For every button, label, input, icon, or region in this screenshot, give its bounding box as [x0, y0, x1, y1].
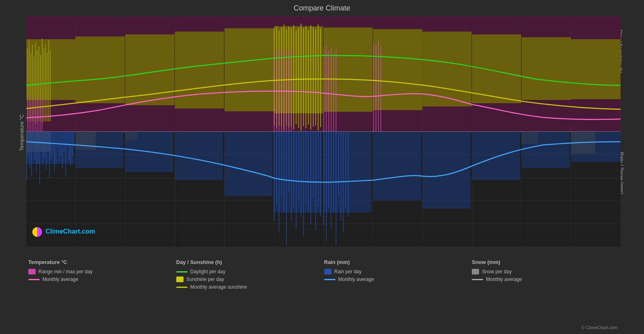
chart-svg: 50 40 30 20 10 0 -10 -20 -30 -40 -50 24 … [26, 16, 621, 247]
svg-rect-30 [323, 132, 372, 213]
svg-rect-27 [175, 132, 223, 180]
svg-rect-86 [310, 132, 311, 225]
svg-rect-93 [328, 132, 329, 208]
legend-temp-title: Temperature °C [28, 259, 176, 265]
svg-rect-179 [323, 49, 324, 132]
svg-rect-92 [326, 132, 327, 241]
sunshine-swatch [176, 277, 184, 282]
svg-rect-63 [62, 132, 63, 168]
svg-rect-90 [320, 132, 321, 217]
svg-rect-161 [27, 97, 28, 132]
rain-avg-label: Monthly average [338, 277, 374, 282]
svg-rect-67 [69, 132, 70, 160]
svg-rect-53 [46, 132, 46, 170]
svg-rect-151 [298, 28, 299, 128]
svg-rect-162 [29, 101, 30, 132]
svg-rect-52 [44, 132, 45, 158]
svg-rect-82 [301, 132, 302, 217]
temp-avg-label: Monthly average [42, 277, 78, 282]
svg-rect-64 [64, 132, 65, 152]
temp-range-label: Range min / max per day [38, 269, 93, 274]
svg-rect-124 [522, 37, 571, 100]
legend-sunshine-title: Day / Sunshine (h) [176, 259, 324, 265]
legend-sunshine-avg: Monthly average sunshine [176, 284, 324, 290]
svg-rect-80 [296, 132, 297, 229]
svg-rect-57 [52, 132, 53, 154]
svg-rect-43 [30, 132, 30, 168]
svg-rect-163 [30, 95, 31, 132]
sunshine-avg-label: Monthly average sunshine [190, 284, 247, 290]
legend-col-sunshine: Day / Sunshine (h) Daylight per day Suns… [176, 259, 324, 328]
svg-rect-122 [422, 32, 472, 106]
svg-rect-186 [376, 45, 376, 132]
legend-snow-swatch: Snow per day [472, 269, 620, 274]
svg-rect-75 [283, 132, 284, 213]
svg-rect-167 [37, 100, 38, 132]
temp-avg-line [28, 279, 40, 280]
svg-rect-181 [328, 51, 329, 132]
svg-rect-45 [33, 132, 34, 148]
rain-avg-line [324, 279, 336, 280]
svg-rect-68 [70, 132, 71, 166]
svg-rect-31 [373, 132, 421, 200]
svg-rect-117 [175, 32, 224, 108]
svg-rect-115 [76, 36, 125, 103]
svg-rect-72 [276, 132, 277, 204]
svg-rect-118 [224, 28, 274, 111]
svg-rect-138 [46, 53, 47, 121]
svg-rect-74 [281, 132, 282, 196]
snow-avg-label: Monthly average [486, 277, 522, 282]
svg-rect-95 [333, 132, 334, 213]
snow-swatch [472, 269, 479, 274]
legend-rain-swatch: Rain per day [324, 269, 472, 274]
svg-rect-29 [274, 132, 322, 213]
svg-rect-168 [38, 96, 39, 132]
svg-rect-59 [55, 132, 56, 164]
svg-rect-178 [291, 47, 291, 132]
svg-rect-54 [47, 132, 48, 150]
svg-rect-158 [315, 29, 316, 126]
svg-rect-175 [283, 53, 284, 132]
svg-rect-58 [54, 132, 55, 172]
svg-rect-88 [315, 132, 316, 231]
svg-rect-125 [571, 39, 621, 99]
svg-rect-51 [42, 132, 43, 166]
svg-rect-159 [318, 24, 319, 130]
svg-rect-50 [41, 132, 42, 152]
svg-rect-170 [42, 98, 42, 132]
svg-rect-85 [308, 132, 309, 213]
svg-rect-155 [308, 30, 309, 125]
svg-rect-49 [39, 132, 40, 184]
svg-rect-65 [65, 132, 66, 176]
sunshine-avg-line [176, 287, 188, 288]
daylight-label: Daylight per day [190, 269, 226, 274]
legend-col-temperature: Temperature °C Range min / max per day M… [28, 259, 176, 328]
svg-rect-160 [320, 28, 321, 127]
svg-rect-71 [274, 132, 274, 221]
svg-rect-44 [31, 132, 32, 176]
svg-rect-123 [472, 34, 522, 103]
legend-rain-avg: Monthly average [324, 277, 472, 282]
chart-container: 50 40 30 20 10 0 -10 -20 -30 -40 -50 24 … [26, 16, 621, 247]
legend-area: Temperature °C Range min / max per day M… [28, 259, 620, 328]
svg-rect-60 [57, 132, 58, 148]
svg-rect-55 [49, 132, 50, 178]
svg-rect-47 [36, 132, 37, 172]
svg-rect-41 [26, 132, 27, 180]
logo-bottom-left: ClimeChart.com [32, 227, 95, 237]
legend-daylight: Daylight per day [176, 269, 324, 274]
svg-rect-173 [279, 48, 279, 132]
svg-rect-76 [286, 132, 287, 245]
svg-rect-154 [306, 26, 306, 128]
svg-rect-83 [303, 132, 304, 237]
legend-col-rain: Rain (mm) Rain per day Monthly average [324, 259, 472, 328]
svg-rect-157 [313, 28, 314, 127]
legend-col-snow: Snow (mm) Snow per day Monthly average [472, 259, 620, 328]
svg-rect-187 [378, 40, 379, 132]
svg-rect-69 [72, 132, 73, 156]
page-container: Compare Climate Yokohama Yokohama ClimeC… [0, 0, 644, 334]
svg-rect-46 [34, 132, 35, 160]
svg-rect-91 [323, 132, 324, 225]
svg-rect-94 [331, 132, 332, 229]
svg-rect-166 [35, 97, 36, 132]
